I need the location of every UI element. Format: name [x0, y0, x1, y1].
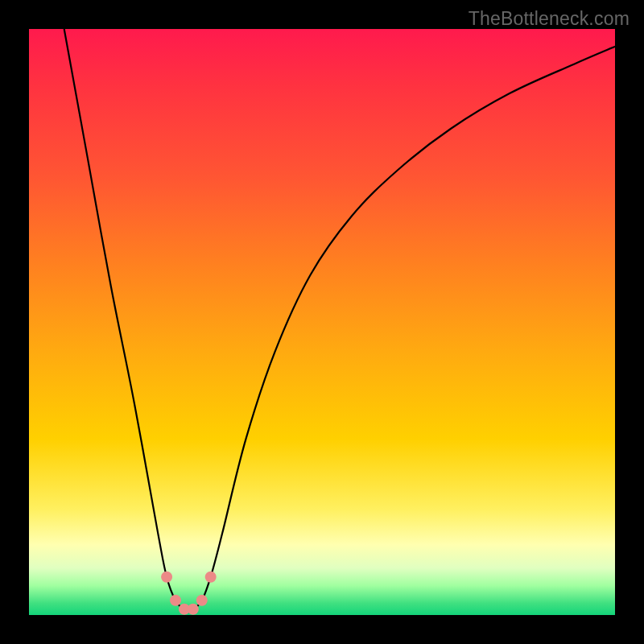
bottom-dot	[188, 604, 199, 615]
watermark-text: TheBottleneck.com	[469, 8, 630, 30]
bottom-dots-group	[161, 572, 217, 615]
bottom-dot	[170, 595, 181, 606]
bottleneck-curve	[64, 29, 615, 610]
bottom-dot	[161, 572, 172, 583]
bottleneck-chart	[29, 29, 615, 615]
bottom-dot	[196, 595, 208, 606]
bottom-dot	[205, 572, 217, 583]
